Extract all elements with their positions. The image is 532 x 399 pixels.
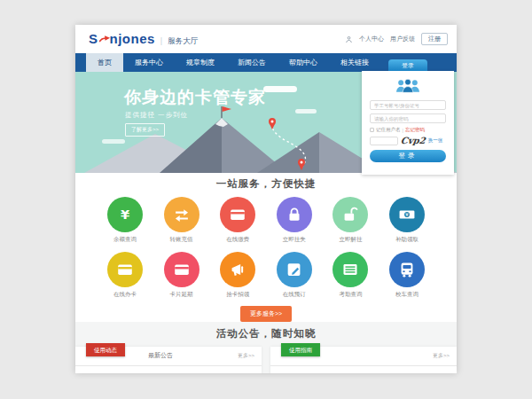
- service-label: 余额查询: [100, 236, 150, 244]
- card-icon: [107, 252, 143, 287]
- nav-item-news[interactable]: 新闻公告: [226, 53, 278, 72]
- services-title: 一站服务，方便快捷: [75, 177, 457, 190]
- panel-head: 使用动态 最新公告 更多>>: [75, 347, 262, 366]
- service-label: 在线缴费: [213, 236, 262, 244]
- bus-icon: [389, 252, 425, 287]
- more-link[interactable]: 更多>>: [238, 352, 254, 360]
- cloud-shape: [263, 86, 297, 92]
- service-item[interactable]: 在线缴费: [213, 197, 262, 244]
- logo[interactable]: S njones | 服务大厅: [89, 31, 198, 47]
- service-label: 补助领取: [382, 236, 432, 244]
- edit-icon: [277, 252, 312, 287]
- service-item[interactable]: 立即挂失: [270, 197, 319, 244]
- hero-learn-more-button[interactable]: 了解更多>>: [125, 123, 165, 137]
- announcements-title: 活动公告，随时知晓: [75, 327, 457, 340]
- service-label: 校车查询: [382, 291, 432, 299]
- map-pin-icon: [269, 118, 276, 129]
- ribbon-usage-guide[interactable]: 使用指南: [281, 343, 320, 356]
- ribbon-usage-news[interactable]: 使用动态: [86, 343, 125, 356]
- list-icon: [332, 252, 368, 287]
- divider: |: [403, 128, 403, 133]
- service-label: 立即解挂: [325, 236, 375, 244]
- service-item[interactable]: 卡片延期: [157, 252, 207, 299]
- hero-subtitle: 提供捷径 一步到位: [125, 111, 188, 120]
- service-label: 卡片延期: [157, 291, 207, 299]
- service-item[interactable]: 拾卡招领: [213, 252, 262, 299]
- logo-divider: |: [160, 36, 162, 45]
- announcement-panel-left: 使用动态 最新公告 更多>>: [75, 347, 262, 373]
- person-icon: [345, 31, 353, 47]
- panel-head: 使用指南 更多>>: [270, 347, 457, 366]
- service-label: 在线办卡: [100, 291, 150, 299]
- service-item[interactable]: ¥ 补助领取: [382, 197, 432, 244]
- service-label: 转账充值: [157, 236, 207, 244]
- remember-label: 记住用户名: [376, 127, 401, 133]
- login-options-row: 记住用户名 | 忘记密码: [370, 127, 446, 133]
- forgot-password-link[interactable]: 忘记密码: [405, 127, 425, 133]
- header: S njones | 服务大厅 个人中心 用户反馈 注册: [75, 25, 457, 53]
- register-button[interactable]: 注册: [421, 33, 448, 45]
- remember-checkbox[interactable]: [370, 128, 374, 132]
- header-right: 个人中心 用户反馈 注册: [345, 31, 448, 47]
- service-item[interactable]: 立即解挂: [325, 197, 375, 244]
- service-item[interactable]: 考勤查询: [325, 252, 375, 299]
- captcha-input[interactable]: [370, 137, 398, 145]
- transfer-icon: [164, 197, 200, 232]
- services-section: 一站服务，方便快捷 ¥ 余额查询 转账充值 在线缴费 立即挂失 立即解挂 ¥ 补…: [75, 173, 457, 322]
- announcement-panels: 使用动态 最新公告 更多>> 使用指南 更多>>: [75, 347, 457, 373]
- service-item[interactable]: 在线办卡: [100, 252, 150, 299]
- hero-title: 你身边的卡管专家: [124, 86, 266, 109]
- logo-text-1: S: [89, 31, 98, 46]
- user-feedback-link[interactable]: 用户反馈: [390, 35, 415, 43]
- service-item[interactable]: 校车查询: [382, 252, 432, 299]
- nav-item-service-center[interactable]: 服务中心: [123, 53, 175, 72]
- users-group-icon: [370, 78, 446, 97]
- lock-open-icon: [332, 197, 368, 232]
- more-services-button[interactable]: 更多服务>>: [240, 306, 292, 322]
- announcements-section: 活动公告，随时知晓 使用动态 最新公告 更多>> 使用指南 更多>>: [75, 322, 457, 373]
- password-input[interactable]: [370, 113, 446, 123]
- logo-text-2: njones: [110, 31, 155, 46]
- service-label: 立即挂失: [270, 236, 319, 244]
- username-input[interactable]: [370, 100, 446, 110]
- svg-text:¥: ¥: [121, 207, 130, 222]
- service-row-1: ¥ 余额查询 转账充值 在线缴费 立即挂失 立即解挂 ¥ 补助领取: [75, 197, 457, 244]
- megaphone-icon: [220, 252, 255, 287]
- yen-icon: ¥: [107, 197, 143, 232]
- nav-item-links[interactable]: 相关链接: [329, 53, 380, 72]
- logo-suffix: 服务大厅: [168, 36, 198, 47]
- service-row-2: 在线办卡 卡片延期 拾卡招领 在线预订 考勤查询 校车查询: [75, 252, 457, 299]
- more-link[interactable]: 更多>>: [433, 352, 450, 360]
- service-item[interactable]: 转账充值: [157, 197, 207, 244]
- nav-item-home[interactable]: 首页: [86, 53, 123, 72]
- captcha-row: Cvp2 换一张: [370, 136, 446, 145]
- announcement-panel-right: 使用指南 更多>>: [270, 347, 457, 373]
- service-item[interactable]: 在线预订: [270, 252, 319, 299]
- personal-center-link[interactable]: 个人中心: [359, 35, 384, 43]
- captcha-image[interactable]: Cvp2: [400, 136, 426, 145]
- svg-text:¥: ¥: [405, 211, 409, 217]
- captcha-refresh-link[interactable]: 换一张: [428, 137, 443, 144]
- page: S njones | 服务大厅 个人中心 用户反馈 注册 首页 服务中心 规章制…: [75, 25, 457, 373]
- service-item[interactable]: ¥ 余额查询: [100, 197, 150, 244]
- login-button[interactable]: 登录: [370, 150, 446, 162]
- logo-arrow-icon: [99, 31, 110, 47]
- service-label: 拾卡招领: [213, 291, 262, 299]
- login-panel: 登录 记住用户名 | 忘记密码 Cvp2 换一张 登录: [362, 71, 454, 175]
- service-label: 考勤查询: [325, 291, 375, 299]
- card-icon: [220, 197, 255, 232]
- card-icon: [164, 252, 200, 287]
- lock-icon: [277, 197, 312, 232]
- nav-item-rules[interactable]: 规章制度: [175, 53, 226, 72]
- nav-item-help-center[interactable]: 帮助中心: [278, 53, 329, 72]
- service-label: 在线预订: [270, 291, 319, 299]
- banknote-icon: ¥: [389, 197, 425, 232]
- login-tab[interactable]: 登录: [388, 59, 427, 71]
- tab-latest-announcements[interactable]: 最新公告: [148, 347, 173, 364]
